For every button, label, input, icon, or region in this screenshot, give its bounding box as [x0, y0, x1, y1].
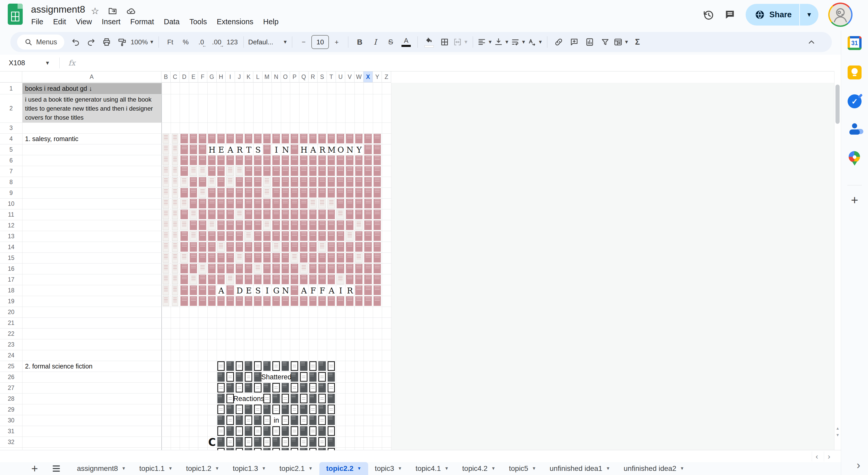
- scroll-left-icon[interactable]: ‹: [812, 451, 822, 461]
- row-header-16[interactable]: 16: [0, 263, 22, 274]
- book-cover-cell[interactable]: [226, 296, 234, 306]
- book-cover-cell[interactable]: [282, 296, 289, 306]
- chevron-down-icon[interactable]: ▼: [680, 466, 684, 471]
- sheet-tab-topic5[interactable]: topic5▼: [502, 462, 543, 475]
- row-header-26[interactable]: 26: [0, 372, 22, 382]
- book-cover-cell[interactable]: [309, 426, 317, 436]
- book-cover-cell[interactable]: [374, 296, 381, 306]
- book-cover-cell[interactable]: [328, 156, 335, 165]
- book-cover-cell[interactable]: [374, 156, 381, 165]
- letter-cell[interactable]: A: [327, 285, 336, 296]
- book-cover-cell[interactable]: [355, 264, 363, 273]
- book-cover-cell[interactable]: [208, 220, 216, 230]
- book-cover-cell[interactable]: [272, 166, 280, 176]
- book-cover-cell[interactable]: [374, 285, 381, 295]
- calendar-icon[interactable]: 31: [847, 36, 862, 50]
- italic-button[interactable]: I: [368, 35, 382, 49]
- book-cover-cell[interactable]: [264, 210, 271, 219]
- book-cover-cell[interactable]: [264, 177, 271, 187]
- book-cover-cell[interactable]: [300, 383, 308, 393]
- book-cover-cell[interactable]: [245, 231, 252, 241]
- book-cover-cell[interactable]: [328, 383, 335, 393]
- add-sheet-button[interactable]: +: [27, 462, 42, 475]
- bold-button[interactable]: B: [353, 35, 367, 49]
- letter-cell[interactable]: R: [318, 144, 327, 155]
- book-cover-cell[interactable]: [282, 134, 289, 143]
- vertical-scrollbar-thumb[interactable]: [835, 84, 840, 124]
- book-cover-cell[interactable]: [245, 405, 252, 414]
- sheet-tab-topic4.2[interactable]: topic4.2▼: [456, 462, 502, 475]
- letter-cell[interactable]: E: [244, 285, 253, 296]
- row-header-10[interactable]: 10: [0, 198, 22, 209]
- book-cover-cell[interactable]: [282, 231, 289, 241]
- book-cover-cell[interactable]: [328, 394, 335, 403]
- book-cover-cell[interactable]: [199, 220, 206, 230]
- column-header-D[interactable]: D: [180, 71, 189, 82]
- book-cover-cell[interactable]: [291, 296, 298, 306]
- book-cover-cell[interactable]: [190, 134, 197, 143]
- book-cover-cell[interactable]: [318, 264, 326, 273]
- book-cover-cell[interactable]: [236, 275, 243, 284]
- book-cover-cell[interactable]: [337, 220, 344, 230]
- book-cover-cell[interactable]: [309, 264, 317, 273]
- book-cover-cell[interactable]: [309, 383, 317, 393]
- sheet-tab-topic1.1[interactable]: topic1.1▼: [133, 462, 180, 475]
- book-cover-cell[interactable]: [236, 415, 243, 425]
- book-cover-cell[interactable]: [272, 156, 280, 165]
- letter-cell[interactable]: S: [253, 285, 262, 296]
- book-cover-cell[interactable]: [300, 426, 308, 436]
- book-cover-cell[interactable]: [374, 231, 381, 241]
- letter-cell[interactable]: H: [300, 144, 309, 155]
- insert-chart-button[interactable]: [583, 35, 597, 49]
- book-cover-cell[interactable]: [346, 242, 353, 252]
- book-cover-cell[interactable]: [282, 253, 289, 263]
- book-cover-cell[interactable]: [254, 372, 261, 382]
- book-cover-cell[interactable]: [217, 156, 225, 165]
- row-header-2[interactable]: 2: [0, 94, 22, 123]
- book-cover-cell[interactable]: [364, 296, 372, 306]
- book-cover-cell[interactable]: [346, 220, 353, 230]
- book-cover-cell[interactable]: [291, 405, 298, 414]
- book-cover-cell[interactable]: [309, 437, 317, 447]
- book-cover-cell[interactable]: [245, 220, 252, 230]
- book-cover-cell[interactable]: [328, 242, 335, 252]
- book-cover-cell[interactable]: [309, 448, 317, 450]
- book-cover-cell[interactable]: [264, 275, 271, 284]
- row-header-24[interactable]: 24: [0, 350, 22, 361]
- row-header-7[interactable]: 7: [0, 166, 22, 177]
- book-cover-cell[interactable]: [226, 231, 234, 241]
- row-header-22[interactable]: 22: [0, 328, 22, 339]
- book-cover-cell[interactable]: [272, 231, 280, 241]
- book-cover-cell[interactable]: [245, 361, 252, 371]
- book-cover-cell[interactable]: [272, 242, 280, 252]
- book-cover-cell[interactable]: [291, 415, 298, 425]
- book-cover-cell[interactable]: [318, 426, 326, 436]
- book-cover-cell[interactable]: [226, 166, 234, 176]
- book-cover-cell[interactable]: [291, 145, 298, 154]
- book-cover-cell[interactable]: [163, 156, 169, 165]
- book-cover-cell[interactable]: [282, 210, 289, 219]
- book-cover-cell[interactable]: [199, 134, 206, 143]
- book-cover-cell[interactable]: [163, 296, 169, 306]
- row-header-18[interactable]: 18: [0, 285, 22, 296]
- book-cover-cell[interactable]: [245, 199, 252, 208]
- row-header-13[interactable]: 13: [0, 231, 22, 242]
- book-cover-cell[interactable]: [163, 264, 169, 273]
- book-cover-cell[interactable]: [226, 199, 234, 208]
- menu-view[interactable]: View: [71, 16, 97, 28]
- book-cover-cell[interactable]: [374, 199, 381, 208]
- chevron-down-icon[interactable]: ▼: [168, 466, 173, 471]
- row-header-29[interactable]: 29: [0, 404, 22, 415]
- book-cover-cell[interactable]: [236, 188, 243, 198]
- book-cover-cell[interactable]: [245, 156, 252, 165]
- row-header-6[interactable]: 6: [0, 155, 22, 166]
- book-cover-cell[interactable]: [226, 372, 234, 382]
- book-cover-cell[interactable]: [309, 415, 317, 425]
- more-formats-button[interactable]: 123: [225, 35, 239, 49]
- book-cover-cell[interactable]: [236, 166, 243, 176]
- book-cover-cell[interactable]: [282, 156, 289, 165]
- book-cover-cell[interactable]: [254, 177, 261, 187]
- book-cover-cell[interactable]: [364, 188, 372, 198]
- row-header-9[interactable]: 9: [0, 188, 22, 198]
- letter-cell[interactable]: M: [327, 144, 336, 155]
